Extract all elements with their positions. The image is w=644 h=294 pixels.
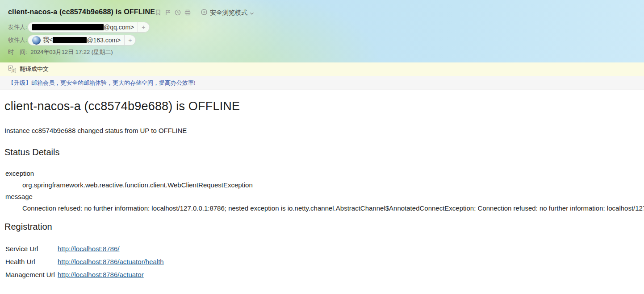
recipient-label: 收件人: [8, 36, 28, 44]
upgrade-promo-link[interactable]: 【升级】邮箱会员，更安全的邮箱体验，更大的存储空间，提高办公效率! [8, 79, 196, 87]
time-row: 时 间: 2024年03月12日 17:22 (星期二) [8, 48, 113, 56]
censored-sender-address [32, 24, 104, 30]
time-value: 2024年03月12日 17:22 (星期二) [30, 49, 113, 55]
detail-value-message: Connection refused: no further informati… [22, 204, 644, 212]
add-sender-contact-button[interactable]: + [138, 22, 149, 32]
detail-key-exception: exception [5, 170, 644, 177]
chevron-down-icon [250, 9, 254, 17]
bookmark-icon[interactable] [155, 9, 162, 16]
censored-recipient-address [53, 37, 87, 43]
safe-browse-mode-dropdown[interactable]: 安全浏览模式 [201, 8, 254, 17]
safe-browse-mode-label: 安全浏览模式 [210, 9, 247, 17]
detail-value-exception: org.springframework.web.reactive.functio… [22, 181, 644, 189]
recipient-address-chip[interactable]: 我< @163.com> + [28, 35, 136, 46]
registration-table: Service Url http://localhost:8786/ Healt… [4, 245, 164, 284]
translate-label: 翻译成中文 [20, 65, 49, 73]
table-row: Health Url http://localhost:8786/actuato… [4, 258, 164, 271]
flag-icon[interactable] [164, 9, 171, 16]
service-url-link[interactable]: http://localhost:8786/ [58, 245, 119, 253]
translate-bar[interactable]: A文 翻译成中文 [0, 62, 644, 76]
table-row: Service Url http://localhost:8786/ [4, 245, 164, 258]
printer-icon[interactable] [184, 9, 191, 16]
management-url-label: Management Url [4, 271, 58, 284]
mail-summary: Instance cc8574b9e688 changed status fro… [4, 127, 644, 134]
sender-label: 发件人: [8, 23, 28, 31]
add-recipient-contact-button[interactable]: + [124, 35, 135, 45]
time-label: 时 间: [8, 49, 27, 55]
shield-plus-icon [201, 8, 208, 17]
clock-icon[interactable] [174, 9, 181, 16]
recipient-row: 收件人: 我< @163.com> + [8, 35, 136, 46]
subject-title: client-nacos-a (cc8574b9e688) is OFFLINE [8, 8, 155, 16]
recipient-address-suffix: @163.com> [87, 37, 121, 44]
health-url-link[interactable]: http://localhost:8786/actuator/health [58, 258, 164, 265]
mail-body: client-nacos-a (cc8574b9e688) is OFFLINE… [0, 90, 644, 284]
status-details-heading: Status Details [4, 147, 644, 157]
translate-icon: A文 [8, 66, 16, 73]
health-url-label: Health Url [4, 258, 58, 271]
sender-address-chip[interactable]: @qq.com> + [28, 22, 150, 33]
recipient-address-prefix: 我< [43, 36, 53, 44]
mail-title: client-nacos-a (cc8574b9e688) is OFFLINE [4, 99, 644, 113]
sender-address-suffix: @qq.com> [104, 24, 134, 31]
registration-heading: Registration [4, 222, 644, 232]
table-row: Management Url http://localhost:8786/act… [4, 271, 164, 284]
detail-key-message: message [5, 193, 644, 200]
sender-row: 发件人: @qq.com> + [8, 22, 150, 33]
mail-header: client-nacos-a (cc8574b9e688) is OFFLINE [0, 0, 644, 62]
promo-bar: 【升级】邮箱会员，更安全的邮箱体验，更大的存储空间，提高办公效率! [0, 76, 644, 90]
service-url-label: Service Url [4, 245, 58, 258]
recipient-avatar [32, 36, 41, 45]
management-url-link[interactable]: http://localhost:8786/actuator [58, 271, 144, 278]
